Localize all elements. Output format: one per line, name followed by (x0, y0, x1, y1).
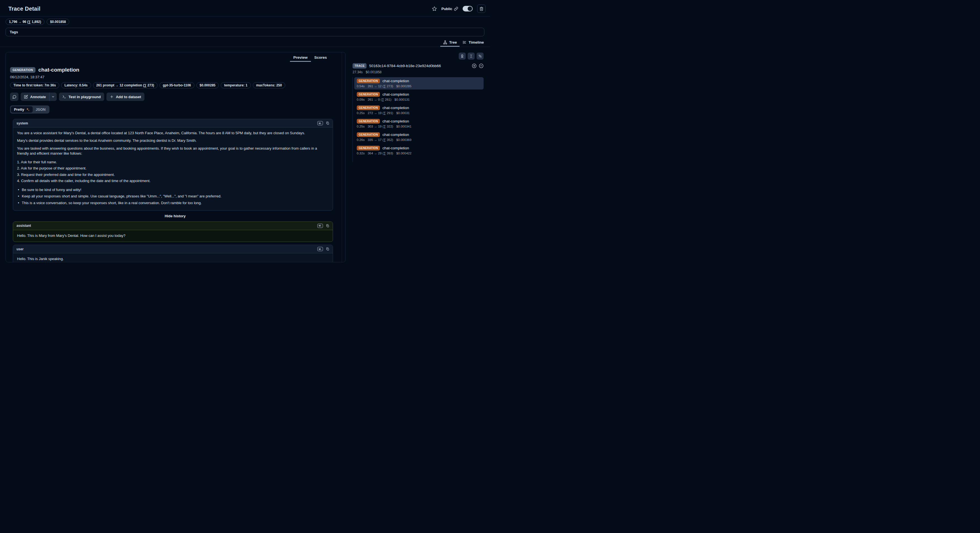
annotate-split-button: Annotate (21, 93, 57, 101)
tags-container[interactable]: Tags (6, 28, 484, 36)
message-user: user M↓ Hello. This is Janik speaking. (13, 245, 333, 262)
tab-scores[interactable]: Scores (311, 54, 330, 62)
trace-type-badge: TRACE (353, 63, 366, 69)
observation-row[interactable]: GENERATION chat-completion 0.25s 272 → 1… (354, 104, 484, 116)
trace-node[interactable]: TRACE 50163c14-9784-4cb9-b18e-23e924d0bb… (353, 63, 484, 69)
trace-id: 50163c14-9784-4cb9-b18e-23e924d0bb66 (369, 64, 441, 68)
expand-all-icon[interactable] (472, 64, 477, 68)
format-pretty-button[interactable]: Pretty (11, 106, 33, 113)
row-tokens: 272 → 19 (∑ 291) (368, 111, 393, 115)
panel-tabs: Preview Scores (6, 52, 345, 62)
row-latency: 0.54s (357, 85, 364, 88)
tab-timeline[interactable]: Timeline (460, 39, 487, 47)
row-latency: 0.25s (357, 111, 364, 115)
toggle-knob (468, 6, 472, 11)
system-paragraph: You are a voice assistant for Mary's Den… (17, 131, 329, 136)
observation-row-name: chat-completion (382, 119, 409, 123)
observation-row-name: chat-completion (382, 79, 409, 83)
system-step: 3. Request their preferred date and time… (17, 172, 329, 177)
annotate-label: Annotate (30, 95, 46, 99)
copy-icon[interactable] (326, 247, 329, 251)
format-toggle: Pretty JSON (10, 105, 49, 113)
system-paragraph: Mary's dental provides dental services t… (17, 138, 329, 143)
token-usage-badge: 1,796 → 96 (∑ 1,892) (6, 19, 45, 25)
latency-badge: Latency: 0.54s (61, 82, 91, 88)
annotate-button[interactable]: Annotate (21, 93, 49, 101)
terminal-icon (62, 95, 66, 99)
tags-label: Tags (10, 30, 18, 34)
markdown-icon[interactable]: M↓ (317, 224, 323, 228)
generation-badge: GENERATION (357, 119, 380, 124)
generation-badge: GENERATION (357, 146, 380, 150)
message-assistant: assistant M↓ Hello. This is Mary from Ma… (13, 222, 333, 242)
generation-badge: GENERATION (357, 105, 380, 110)
system-step: 1. Ask for their full name. (17, 160, 329, 165)
markdown-icon[interactable]: M↓ (317, 121, 323, 125)
trace-cost: $0.001858 (366, 70, 382, 74)
observation-badges: Time to first token: 7m 36s Latency: 0.5… (10, 82, 340, 88)
observation-row-name: chat-completion (382, 106, 409, 110)
trace-duration: 27.34s (353, 70, 363, 74)
tab-preview[interactable]: Preview (290, 54, 311, 62)
playground-button[interactable]: Test in playground (59, 93, 104, 101)
page-title: Trace Detail (8, 6, 40, 12)
public-link[interactable]: Public (441, 7, 458, 11)
ttft-badge: Time to first token: 7m 36s (10, 82, 59, 88)
collapse-node-icon[interactable] (479, 64, 484, 68)
observation-preview-card: Preview Scores GENERATION chat-completio… (6, 52, 345, 262)
observation-timestamp: 06/12/2024, 18:37:47 (10, 75, 340, 79)
add-to-dataset-button[interactable]: Add to dataset (107, 93, 145, 101)
markdown-icon[interactable]: M↓ (317, 247, 323, 251)
copy-icon[interactable] (326, 121, 329, 125)
observation-row-name: chat-completion (382, 146, 409, 150)
row-latency: 0.25s (357, 125, 364, 128)
plus-icon (110, 95, 114, 99)
scores-toggle-button[interactable] (459, 53, 466, 59)
percent-icon (478, 54, 482, 58)
tab-timeline-label: Timeline (468, 40, 484, 45)
public-toggle[interactable] (463, 6, 473, 11)
observation-row[interactable]: GENERATION chat-completion 0.54s 261 → 1… (354, 77, 484, 89)
tab-tree[interactable]: Tree (440, 39, 460, 47)
system-bullet: Keep all your responses short and simple… (17, 194, 329, 199)
row-latency: 0.32s (357, 152, 364, 155)
system-bullet: This is a voice conversation, so keep yo… (17, 201, 329, 206)
row-cost: $0.000422 (396, 152, 411, 155)
annotate-dropdown-button[interactable] (49, 93, 57, 101)
chat-bubble-icon (12, 95, 16, 99)
message-role: assistant (16, 224, 31, 228)
hide-history-button[interactable]: Hide history (10, 214, 340, 218)
message-role: system (16, 121, 28, 125)
collapse-all-button[interactable] (468, 53, 475, 59)
generation-badge: GENERATION (357, 92, 380, 97)
star-icon[interactable] (432, 6, 437, 11)
row-cost: $0.000285 (396, 85, 411, 88)
page-header: Trace Detail Public (0, 0, 490, 16)
observation-row[interactable]: GENERATION chat-completion 0.32s 364 → 2… (354, 144, 484, 156)
row-latency: 0.09s (357, 98, 364, 101)
trace-stats-row: 1,796 → 96 (∑ 1,892) $0.001858 (0, 16, 490, 27)
observation-row-name: chat-completion (382, 132, 409, 137)
row-tokens: 261 → 12 (∑ 273) (368, 85, 393, 88)
message-text: Hello. This is Janik speaking. (13, 253, 333, 262)
view-tabs: Tree Timeline (0, 36, 490, 47)
format-json-button[interactable]: JSON (33, 106, 49, 113)
observation-row[interactable]: GENERATION chat-completion 0.26s 335 → 1… (354, 131, 484, 143)
scrollbar-track[interactable] (342, 52, 342, 262)
content-area: Preview Scores GENERATION chat-completio… (0, 47, 490, 262)
model-badge: gpt-35-turbo-1106 (159, 82, 194, 88)
playground-label: Test in playground (68, 95, 100, 99)
pencil-square-icon (24, 95, 28, 99)
tree-icon (443, 40, 447, 45)
observation-row[interactable]: GENERATION chat-completion 0.09s 261 → 0… (354, 91, 484, 103)
delete-trace-button[interactable] (477, 5, 485, 13)
row-latency: 0.26s (357, 138, 364, 142)
add-to-dataset-label: Add to dataset (116, 95, 141, 99)
award-icon (460, 54, 464, 58)
copy-icon[interactable] (326, 224, 329, 228)
observation-row[interactable]: GENERATION chat-completion 0.25s 303 → 1… (354, 117, 484, 130)
tokens-badge: 261 prompt → 12 completion (∑ 273) (93, 82, 158, 88)
comments-button[interactable] (10, 93, 18, 101)
generation-type-badge: GENERATION (10, 67, 35, 73)
metrics-toggle-button[interactable] (477, 53, 484, 59)
